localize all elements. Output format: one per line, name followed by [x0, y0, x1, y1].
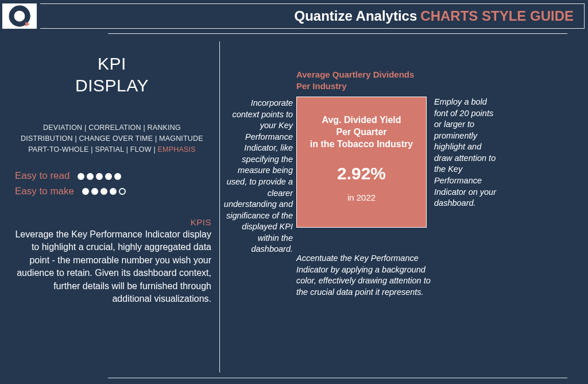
tag: PART-TO-WHOLE	[28, 145, 88, 153]
tag: CORRELATION	[88, 124, 141, 132]
annotation-right: Employ a bold font of 20 points or large…	[434, 97, 498, 209]
rating-label: Easy to make	[15, 184, 74, 199]
tag-list: DEVIATION | CORRELATION | RANKING DISTRI…	[13, 122, 211, 155]
left-column: KPI DISPLAY DEVIATION | CORRELATION | RA…	[0, 41, 219, 373]
body: KPI DISPLAY DEVIATION | CORRELATION | RA…	[0, 41, 588, 373]
tag: SPATIAL	[95, 145, 124, 153]
tag: DEVIATION	[43, 124, 82, 132]
section-title-line2: DISPLAY	[75, 76, 149, 95]
section-body: Leverage the Key Performance Indicator d…	[13, 228, 211, 305]
kpi-card-heading-line2: Per Quarter	[336, 127, 386, 137]
tag: RANKING	[148, 124, 181, 132]
tag: CHANGE OVER TIME	[79, 135, 153, 143]
annotation-left: Incorporate context points to your Key P…	[223, 98, 293, 255]
kpi-card-year: in 2022	[297, 193, 426, 202]
rating-label: Easy to read	[15, 168, 69, 183]
rating-dots-make	[80, 184, 126, 199]
tag: FLOW	[130, 145, 152, 153]
brand-logo	[2, 3, 37, 29]
rating-easy-to-read: Easy to read	[15, 168, 211, 183]
divider-bottom	[108, 378, 567, 378]
divider-top	[108, 33, 567, 34]
kpi-card-heading: Avg. Divided Yield Per Quarter in the To…	[297, 114, 426, 150]
header: Quantize Analytics CHARTS STYLE GUIDE	[0, 2, 588, 30]
ratings: Easy to read Easy to make	[15, 168, 211, 199]
rating-easy-to-make: Easy to make	[15, 184, 211, 199]
kpi-card-title: Average Quartlery Dividends Per Industry	[296, 69, 428, 93]
section-title-line1: KPI	[98, 54, 126, 73]
guide-label: CHARTS STYLE GUIDE	[420, 8, 574, 24]
kpi-card-metric: 2.92%	[297, 164, 426, 183]
right-column: Average Quartlery Dividends Per Industry…	[219, 41, 588, 373]
kpi-card-heading-line3: in the Tobacco Industry	[310, 139, 413, 149]
kpi-card: Avg. Divided Yield Per Quarter in the To…	[296, 97, 427, 228]
section-title: KPI DISPLAY	[13, 53, 211, 96]
tag-emphasis: EMPHASIS	[158, 145, 196, 153]
donut-logo-icon	[8, 5, 31, 28]
kpis-label: KPIS	[13, 217, 211, 227]
kpi-card-heading-line1: Avg. Divided Yield	[322, 115, 401, 125]
tag: DISTRIBUTION	[21, 135, 73, 143]
header-title-box: Quantize Analytics CHARTS STYLE GUIDE	[40, 3, 585, 29]
rating-dots-read	[75, 168, 121, 183]
brand-name: Quantize Analytics	[294, 8, 417, 24]
annotation-bottom: Accentuate the Key Performance Indicator…	[296, 253, 433, 298]
tag: MAGNITUDE	[159, 135, 203, 143]
